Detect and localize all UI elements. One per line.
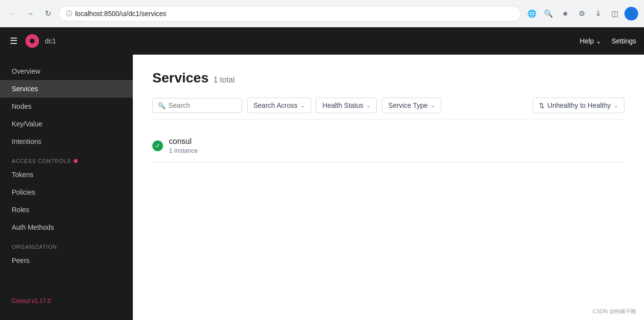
service-type-chevron-icon: ⌄: [431, 102, 435, 109]
search-icon: 🔍: [158, 102, 166, 109]
sidebar: Overview Services Nodes Key/Value Intent…: [0, 55, 133, 320]
browser-actions: 🌐 🔍 ★ ⚙ ⇓ ◫ 👤: [525, 7, 638, 20]
address-bar[interactable]: ⓘ localhost:8500/ui/dc1/services: [59, 6, 521, 21]
datacenter-label: dc1: [45, 37, 56, 45]
sidebar-item-intentions[interactable]: Intentions: [0, 133, 133, 150]
forward-button[interactable]: →: [23, 7, 37, 20]
main-layout: Overview Services Nodes Key/Value Intent…: [0, 55, 644, 320]
watermark: CSDN @秋睡不醒: [593, 308, 636, 315]
service-type-label: Service Type: [388, 101, 428, 109]
consul-logo: [25, 34, 39, 48]
page-header: Services 1 total: [152, 70, 624, 86]
version-label: Consul v1.17.0: [0, 290, 133, 312]
organization-section: ORGANIZATION: [0, 236, 133, 252]
health-passing-icon: ✓: [152, 140, 163, 151]
reload-button[interactable]: ↻: [41, 7, 55, 20]
help-button[interactable]: Help ⌄: [580, 37, 602, 45]
health-status-chevron-icon: ⌄: [366, 102, 371, 109]
lock-icon: ⓘ: [66, 9, 72, 18]
sidebar-item-nodes[interactable]: Nodes: [0, 98, 133, 115]
extensions-button[interactable]: ⚙: [575, 7, 588, 20]
help-chevron-icon: ⌄: [596, 37, 602, 45]
sidebar-item-services[interactable]: Services: [0, 80, 133, 98]
toolbar: 🔍 Search Across ⌄ Health Status ⌄ Servic…: [152, 98, 624, 120]
sort-icon: ⇅: [539, 102, 544, 109]
sort-button[interactable]: ⇅ Unhealthy to Healthy ⌄: [533, 98, 624, 113]
service-info: consul 1 instance: [169, 137, 198, 154]
service-list: ✓ consul 1 instance: [152, 129, 624, 162]
page-count: 1 total: [213, 76, 235, 84]
app-wrapper: ☰ dc1 Help ⌄ Settings Overview Services …: [0, 27, 644, 320]
service-type-dropdown[interactable]: Service Type ⌄: [382, 98, 441, 113]
page-title: Services: [152, 70, 208, 86]
consul-logo-icon: [25, 34, 39, 48]
search-input[interactable]: [168, 101, 237, 109]
hamburger-button[interactable]: ☰: [8, 34, 20, 48]
service-name: consul: [169, 137, 198, 146]
translate-button[interactable]: 🌐: [525, 7, 539, 20]
sidebar-toggle-button[interactable]: ◫: [608, 7, 622, 20]
sort-label: Unhealthy to Healthy: [547, 101, 611, 109]
access-controls-label: ACCESS CONTROLS: [12, 158, 71, 164]
top-nav: ☰ dc1 Help ⌄ Settings: [0, 27, 644, 55]
access-dot-icon: [74, 159, 78, 163]
search-across-dropdown[interactable]: Search Across ⌄: [247, 98, 311, 113]
settings-button[interactable]: Settings: [611, 37, 636, 45]
top-nav-right: Help ⌄ Settings: [580, 37, 636, 45]
access-controls-section: ACCESS CONTROLS: [0, 150, 133, 166]
sidebar-item-tokens[interactable]: Tokens: [0, 166, 133, 183]
browser-chrome: ← → ↻ ⓘ localhost:8500/ui/dc1/services 🌐…: [0, 0, 644, 27]
table-row[interactable]: ✓ consul 1 instance: [152, 129, 624, 162]
profile-avatar[interactable]: 👤: [624, 7, 638, 20]
top-nav-left: ☰ dc1: [8, 34, 56, 48]
sidebar-item-key-value[interactable]: Key/Value: [0, 115, 133, 133]
url-text: localhost:8500/ui/dc1/services: [75, 10, 514, 18]
zoom-button[interactable]: 🔍: [541, 7, 555, 20]
download-button[interactable]: ⇓: [591, 7, 605, 20]
service-instances: 1 instance: [169, 147, 198, 154]
content-area: Services 1 total 🔍 Search Across ⌄ Healt…: [133, 55, 644, 320]
sort-chevron-icon: ⌄: [614, 102, 618, 109]
health-status-label: Health Status: [322, 101, 363, 109]
search-input-wrapper[interactable]: 🔍: [152, 98, 242, 113]
help-label: Help: [580, 37, 594, 45]
sidebar-item-overview[interactable]: Overview: [0, 62, 133, 80]
bookmark-button[interactable]: ★: [558, 7, 572, 20]
sidebar-item-policies[interactable]: Policies: [0, 183, 133, 201]
health-status-dropdown[interactable]: Health Status ⌄: [316, 98, 377, 113]
back-button[interactable]: ←: [6, 7, 20, 20]
sidebar-item-roles[interactable]: Roles: [0, 201, 133, 219]
organization-label: ORGANIZATION: [12, 244, 57, 250]
sidebar-item-peers[interactable]: Peers: [0, 252, 133, 269]
search-across-label: Search Across: [253, 101, 297, 109]
search-across-chevron-icon: ⌄: [300, 102, 305, 109]
sidebar-item-auth-methods[interactable]: Auth Methods: [0, 219, 133, 236]
